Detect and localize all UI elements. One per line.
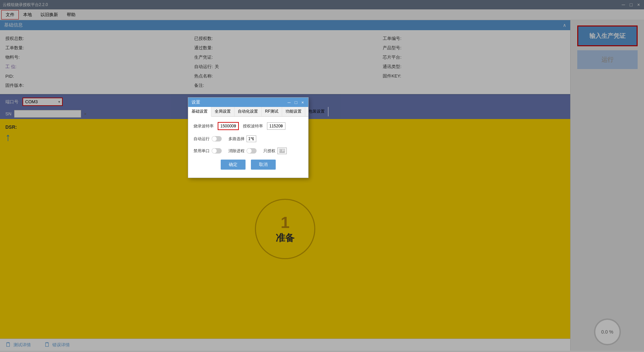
disable-port-item: 禁用单口 <box>194 148 222 154</box>
multi-select[interactable]: 1*1 1*2 2*2 <box>247 135 256 142</box>
modal-footer: 确定 取消 <box>194 160 303 172</box>
tab-basic-settings[interactable]: 基础设置 <box>188 107 211 117</box>
confirm-button[interactable]: 确定 <box>221 160 246 170</box>
auth-rate-select-wrapper: 115200 9600 500000 <box>267 122 285 130</box>
settings-modal: 设置 ─ □ × 基础设置 全局设置 自动化设置 RF测试 功能设置 包装设置 … <box>188 97 309 178</box>
multi-select-label: 多路选择 <box>228 136 245 142</box>
modal-overlay: 设置 ─ □ × 基础设置 全局设置 自动化设置 RF测试 功能设置 包装设置 … <box>0 0 644 352</box>
auth-only-button[interactable] <box>277 148 287 154</box>
auth-only-label: 只授权 <box>263 148 275 154</box>
disable-port-row: 禁用单口 消除进程 只授权 <box>194 148 303 154</box>
modal-tabs: 基础设置 全局设置 自动化设置 RF测试 功能设置 包装设置 <box>188 107 308 117</box>
burn-rate-select[interactable]: 1500000 9600 115200 500000 1000000 <box>218 122 239 130</box>
svg-point-1 <box>280 150 282 151</box>
kill-process-item: 消除进程 <box>228 148 257 154</box>
auto-run-toggle-item: 自动运行 <box>194 136 222 142</box>
burn-rate-label: 烧录波特率 <box>194 123 214 129</box>
multi-select-item: 多路选择 1*1 1*2 2*2 <box>228 135 256 142</box>
tab-rf-test[interactable]: RF测试 <box>262 107 282 116</box>
modal-title-controls: ─ □ × <box>286 100 305 105</box>
modal-body: 烧录波特率 1500000 9600 115200 500000 1000000… <box>188 117 308 178</box>
disable-port-toggle[interactable] <box>212 148 222 154</box>
auto-run-toggle[interactable] <box>212 136 222 141</box>
modal-maximize-button[interactable]: □ <box>294 100 299 105</box>
multi-select-wrapper: 1*1 1*2 2*2 <box>247 135 256 142</box>
cancel-button[interactable]: 取消 <box>251 160 276 170</box>
auth-rate-label: 授权波特率 <box>243 123 263 129</box>
auth-rate-select[interactable]: 115200 9600 500000 <box>267 122 285 130</box>
tab-auto-settings[interactable]: 自动化设置 <box>234 107 262 116</box>
modal-close-button[interactable]: × <box>300 100 305 105</box>
kill-process-toggle[interactable] <box>247 148 257 154</box>
tab-function-settings[interactable]: 功能设置 <box>282 107 305 116</box>
baud-rate-row: 烧录波特率 1500000 9600 115200 500000 1000000… <box>194 122 303 130</box>
auth-only-item: 只授权 <box>263 148 287 154</box>
auto-run-row: 自动运行 多路选择 1*1 1*2 2*2 <box>194 135 303 142</box>
modal-minimize-button[interactable]: ─ <box>286 100 291 105</box>
disable-port-label: 禁用单口 <box>194 148 210 154</box>
burn-rate-select-wrapper: 1500000 9600 115200 500000 1000000 <box>218 122 239 130</box>
tab-package-settings[interactable]: 包装设置 <box>305 107 328 116</box>
image-icon <box>279 149 285 153</box>
modal-title-bar: 设置 ─ □ × <box>188 98 308 107</box>
auto-run-modal-label: 自动运行 <box>194 136 210 142</box>
kill-process-label: 消除进程 <box>228 148 245 154</box>
modal-title: 设置 <box>192 99 200 105</box>
tab-global-settings[interactable]: 全局设置 <box>211 107 234 116</box>
